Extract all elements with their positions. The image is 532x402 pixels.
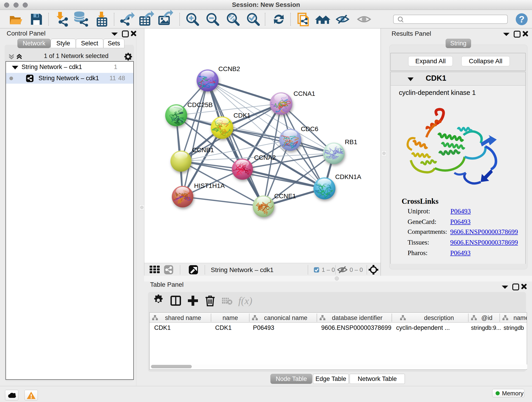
svg-text:String Network – cdk1: String Network – cdk1 xyxy=(211,266,273,274)
svg-text:CDC25B: CDC25B xyxy=(187,101,213,108)
svg-text:name: name xyxy=(222,314,238,321)
svg-text:1 – 0: 1 – 0 xyxy=(322,266,335,273)
svg-text:CDC6: CDC6 xyxy=(301,125,318,133)
svg-text:namespace: namespace xyxy=(513,314,527,321)
svg-text:CCNA2: CCNA2 xyxy=(254,154,276,161)
svg-text:CCNE1: CCNE1 xyxy=(274,192,296,200)
svg-text:description: description xyxy=(424,314,454,321)
svg-text:@id: @id xyxy=(481,314,492,321)
svg-text:CDKN1A: CDKN1A xyxy=(335,173,361,180)
svg-text:RB1: RB1 xyxy=(345,138,357,146)
svg-text:CCNB1: CCNB1 xyxy=(192,147,214,153)
svg-text:0 – 0: 0 – 0 xyxy=(350,266,363,273)
svg-text:database identifier: database identifier xyxy=(332,314,383,321)
svg-text:CDK1: CDK1 xyxy=(234,112,251,119)
svg-text:canonical name: canonical name xyxy=(264,314,307,321)
svg-text:shared name: shared name xyxy=(165,314,201,321)
svg-text:CCNA1: CCNA1 xyxy=(293,90,315,97)
svg-text:f(x): f(x) xyxy=(238,295,252,306)
svg-text:CCNB2: CCNB2 xyxy=(218,65,240,72)
svg-text:HIST1H1A: HIST1H1A xyxy=(194,182,225,189)
